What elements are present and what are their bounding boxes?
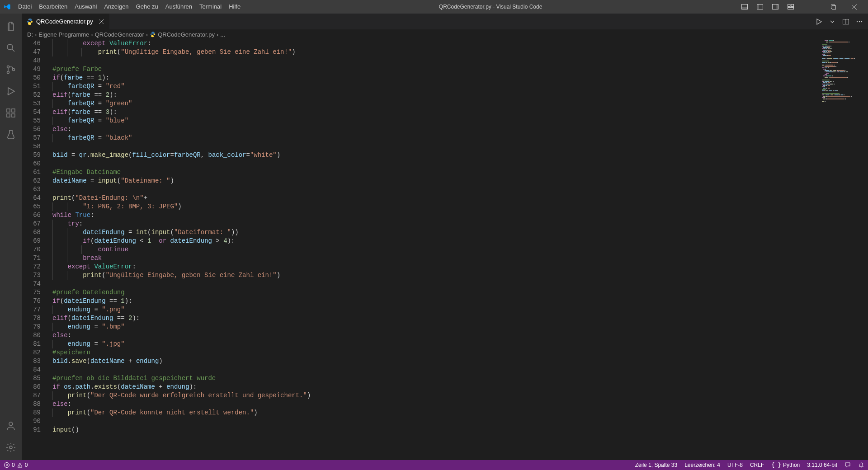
code-line[interactable]: farbeQR = "red" [52,82,818,91]
line-number[interactable]: 84 [22,366,41,374]
line-number[interactable]: 85 [22,374,41,383]
status-language-mode[interactable]: { } Python [768,460,803,470]
code-line[interactable]: try: [52,220,818,228]
line-number[interactable]: 70 [22,245,41,254]
editor-content[interactable]: 4647484950515253545556575859606162636465… [22,39,868,460]
code-line[interactable]: while True: [52,211,818,220]
toggle-sidebar-left-icon[interactable] [752,0,768,14]
line-number[interactable]: 67 [22,220,41,228]
line-number[interactable]: 68 [22,228,41,237]
status-cursor-position[interactable]: Zeile 1, Spalte 33 [632,460,681,470]
code-line[interactable]: endung = ".png" [52,306,818,314]
code-line[interactable]: print("Ungültige Eingabe, geben Sie eine… [52,48,818,56]
breadcrumb-item[interactable]: D: [27,31,33,38]
code-line[interactable]: else: [52,331,818,340]
line-number[interactable]: 90 [22,417,41,426]
code-line[interactable]: elif(farbe == 2): [52,91,818,99]
code-line[interactable]: input() [52,426,818,434]
line-number[interactable]: 66 [22,211,41,220]
code-line[interactable] [52,417,818,426]
status-python-version[interactable]: 3.11.0 64-bit [803,460,841,470]
line-number[interactable]: 61 [22,168,41,177]
line-number[interactable]: 79 [22,323,41,331]
code-line[interactable]: endung = ".jpg" [52,340,818,348]
line-number[interactable]: 74 [22,280,41,288]
line-number[interactable]: 80 [22,331,41,340]
activity-extensions-icon[interactable] [0,102,22,124]
activity-settings-icon[interactable] [0,437,22,458]
line-number[interactable]: 64 [22,194,41,202]
status-notifications-icon[interactable] [854,460,868,470]
status-encoding[interactable]: UTF-8 [724,460,746,470]
window-minimize-button[interactable] [802,0,823,14]
line-number[interactable]: 63 [22,185,41,194]
line-number[interactable]: 46 [22,39,41,48]
line-number[interactable]: 91 [22,426,41,434]
activity-explorer-icon[interactable] [0,15,22,37]
code-line[interactable]: elif(farbe == 3): [52,108,818,117]
code-line[interactable]: farbeQR = "green" [52,99,818,108]
minimap[interactable] [818,39,868,460]
run-file-button[interactable] [814,17,824,27]
line-number[interactable]: 54 [22,108,41,117]
status-feedback-icon[interactable] [841,460,854,470]
activity-search-icon[interactable] [0,37,22,59]
code-line[interactable] [52,160,818,168]
code-line[interactable]: print("Ungültige Eingabe, geben Sie eine… [52,271,818,280]
activity-accounts-icon[interactable] [0,415,22,437]
line-number[interactable]: 78 [22,314,41,323]
menu-hilfe[interactable]: Hilfe [225,0,244,14]
toggle-panel-icon[interactable] [737,0,752,14]
line-number[interactable]: 77 [22,306,41,314]
line-number[interactable]: 73 [22,271,41,280]
code-line[interactable] [52,366,818,374]
status-problems[interactable]: 0 0 [0,460,31,470]
line-number[interactable]: 60 [22,160,41,168]
code-line[interactable]: if(dateiEndung == 1): [52,297,818,306]
window-close-button[interactable] [844,0,864,14]
code-line[interactable]: bild = qr.make_image(fill_color=farbeQR,… [52,151,818,160]
customize-layout-icon[interactable] [783,0,798,14]
toggle-sidebar-right-icon[interactable] [768,0,783,14]
breadcrumb-item[interactable]: QRCodeGenerator.py [158,31,215,38]
line-number[interactable]: 56 [22,125,41,134]
line-number[interactable]: 51 [22,82,41,91]
activity-testing-icon[interactable] [0,124,22,146]
line-number[interactable]: 62 [22,177,41,185]
breadcrumb-item[interactable]: QRCodeGenerator [95,31,144,38]
menu-gehe-zu[interactable]: Gehe zu [132,0,162,14]
tab-close-icon[interactable] [98,18,105,25]
code-line[interactable]: endung = ".bmp" [52,323,818,331]
more-actions-icon[interactable] [854,17,864,27]
tab-qrcodegenerator[interactable]: QRCodeGenerator.py [22,14,110,29]
activity-run-debug-icon[interactable] [0,80,22,102]
line-number[interactable]: 82 [22,348,41,357]
line-number[interactable]: 88 [22,400,41,409]
line-number[interactable]: 53 [22,99,41,108]
code-line[interactable]: break [52,254,818,263]
line-number[interactable]: 75 [22,288,41,297]
code-line[interactable]: if(dateiEndung < 1 or dateiEndung > 4): [52,237,818,245]
code-line[interactable]: dateiName = input("Dateiname: ") [52,177,818,185]
line-number[interactable]: 58 [22,142,41,151]
line-number[interactable]: 86 [22,383,41,391]
split-editor-icon[interactable] [841,17,851,27]
code-line[interactable]: #pruefen ob die Bilddatei gespeichert wu… [52,374,818,383]
breadcrumbs[interactable]: D: › Eigene Programme › QRCodeGenerator … [22,29,868,39]
line-number[interactable]: 52 [22,91,41,99]
code-line[interactable]: print("Datei-Endung: \n"+ [52,194,818,202]
breadcrumb-item[interactable]: Eigene Programme [38,31,89,38]
code-line[interactable]: continue [52,245,818,254]
window-maximize-button[interactable] [823,0,844,14]
code-line[interactable]: dateiEndung = int(input("Dateiformat: ")… [52,228,818,237]
menu-anzeigen[interactable]: Anzeigen [100,0,132,14]
menu-ausfuehren[interactable]: Ausführen [162,0,196,14]
line-number[interactable]: 55 [22,117,41,125]
line-number[interactable]: 72 [22,263,41,271]
code-line[interactable]: #pruefe Farbe [52,65,818,74]
code-line[interactable]: if(farbe == 1): [52,74,818,82]
code-line[interactable]: bild.save(dateiName + endung) [52,357,818,366]
line-number[interactable]: 50 [22,74,41,82]
code-line[interactable] [52,280,818,288]
line-number-gutter[interactable]: 4647484950515253545556575859606162636465… [22,39,49,460]
